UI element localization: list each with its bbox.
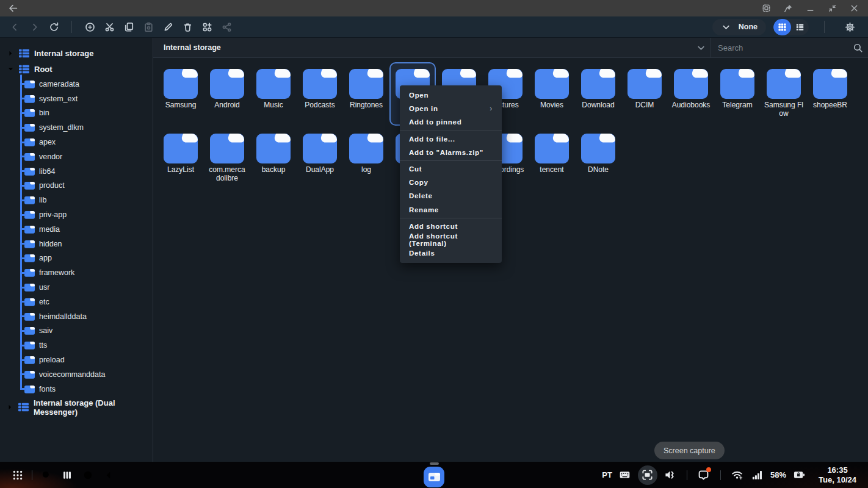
battery-percent-label[interactable]: 58% <box>770 470 786 479</box>
my-files-app-icon[interactable] <box>424 467 444 487</box>
folder-tile-backup[interactable]: backup <box>250 127 297 190</box>
sidebar-folder-app[interactable]: app <box>0 251 153 266</box>
popup-view-icon[interactable] <box>758 2 774 15</box>
add-shortcut-button[interactable] <box>197 18 217 35</box>
path-dropdown-button[interactable] <box>692 43 710 53</box>
folder-tile-Download[interactable]: Download <box>575 62 621 126</box>
sidebar-folder-lib64[interactable]: lib64 <box>0 164 153 179</box>
back-arrow-icon[interactable] <box>5 2 21 15</box>
sidebar-folder-media[interactable]: media <box>0 222 153 237</box>
close-icon[interactable] <box>846 2 862 15</box>
search-icon[interactable] <box>853 43 863 53</box>
chevron-right-icon[interactable] <box>5 48 15 58</box>
sidebar-folder-cameradata[interactable]: cameradata <box>0 77 153 92</box>
context-menu-item-delete[interactable]: Delete <box>400 189 502 203</box>
folder-tile-Telegram[interactable]: Telegram <box>714 62 761 126</box>
copy-button[interactable] <box>119 18 139 35</box>
pin-icon[interactable] <box>780 2 796 15</box>
folder-tile-Audiobooks[interactable]: Audiobooks <box>668 62 714 126</box>
search-button[interactable] <box>36 465 57 486</box>
home-button[interactable] <box>78 465 98 486</box>
folder-tile-Samsung[interactable]: Samsung <box>157 62 204 126</box>
sidebar-folder-product[interactable]: product <box>0 179 153 193</box>
breadcrumb[interactable]: Internal storage <box>153 43 221 52</box>
folder-label: backup <box>262 166 286 174</box>
context-menu-item-add-to-file[interactable]: Add to file... <box>400 132 502 146</box>
sidebar-folder-system_ext[interactable]: system_ext <box>0 92 153 106</box>
taskbar-app-my-files[interactable] <box>422 462 446 488</box>
edit-button[interactable] <box>158 18 178 35</box>
settings-button[interactable] <box>840 18 859 35</box>
folder-tile-DNote[interactable]: DNote <box>575 127 621 190</box>
volume-vibrate-icon[interactable] <box>663 466 678 484</box>
restore-icon[interactable] <box>824 2 840 15</box>
sidebar-item-internal-storage-dual[interactable]: Internal storage (Dual Messenger) <box>0 400 153 415</box>
language-indicator[interactable]: PT <box>602 470 612 479</box>
sidebar-item-root[interactable]: Root <box>0 61 153 77</box>
folder-tile-Ringtones[interactable]: Ringtones <box>343 62 389 126</box>
chevron-down-icon[interactable] <box>5 64 15 74</box>
refresh-button[interactable] <box>44 18 63 35</box>
sidebar-folder-priv-app[interactable]: priv-app <box>0 207 153 222</box>
folder-tile-log[interactable]: log <box>343 127 389 190</box>
folder-tile-tencent[interactable]: tencent <box>529 127 575 190</box>
sidebar-folder-tts[interactable]: tts <box>0 338 153 353</box>
sidebar-folder-voicecommanddata[interactable]: voicecommanddata <box>0 367 153 382</box>
sidebar-folder-preload[interactable]: preload <box>0 353 153 367</box>
recents-button[interactable] <box>57 465 78 486</box>
sidebar-folder-bin[interactable]: bin <box>0 106 153 121</box>
context-menu-item-add-shortcut-terminal[interactable]: Add shortcut (Terminal) <box>400 233 502 246</box>
folder-tile-DCIM[interactable]: DCIM <box>621 62 668 126</box>
sidebar-folder-etc[interactable]: etc <box>0 295 153 309</box>
notifications-icon[interactable] <box>696 466 711 484</box>
context-menu-item-add-to-pinned[interactable]: Add to pinned <box>400 115 502 129</box>
sidebar-folder-hidden[interactable]: hidden <box>0 237 153 251</box>
folder-tile-shopeeBR[interactable]: shopeeBR <box>807 62 853 126</box>
search-box <box>711 43 868 53</box>
context-menu-item-rename[interactable]: Rename <box>400 203 502 217</box>
chevron-right-icon[interactable] <box>5 403 15 412</box>
context-menu-item-copy[interactable]: Copy <box>400 176 502 189</box>
context-menu-item-add-to-alarms-zip[interactable]: Add to "Alarms.zip" <box>400 146 502 159</box>
apps-grid-button[interactable] <box>7 465 28 486</box>
sidebar-folder-apex[interactable]: apex <box>0 135 153 149</box>
wifi-icon[interactable] <box>730 466 745 484</box>
signal-icon[interactable] <box>750 466 765 484</box>
folder-tile-Samsung Flow[interactable]: Samsung Flow <box>761 62 807 126</box>
minimize-icon[interactable] <box>802 2 818 15</box>
sidebar-folder-saiv[interactable]: saiv <box>0 324 153 339</box>
sidebar-item-internal-storage[interactable]: Internal storage <box>0 45 153 61</box>
delete-button[interactable] <box>178 18 197 35</box>
battery-icon[interactable] <box>792 466 806 484</box>
folder-tile-Android[interactable]: Android <box>204 62 250 126</box>
cut-button[interactable] <box>99 18 119 35</box>
folder-tile-DualApp[interactable]: DualApp <box>297 127 343 190</box>
folder-label: apex <box>39 138 56 146</box>
sidebar-folder-lib[interactable]: lib <box>0 193 153 207</box>
keyboard-icon[interactable] <box>618 466 632 484</box>
folder-tile-Music[interactable]: Music <box>250 62 297 126</box>
add-button[interactable] <box>80 18 99 35</box>
back-nav-button[interactable] <box>98 465 119 486</box>
context-menu-item-open-in[interactable]: Open in › <box>400 102 502 115</box>
folder-tile-LazyList[interactable]: LazyList <box>157 127 204 190</box>
sidebar-folder-heimdallddata[interactable]: heimdallddata <box>0 309 153 324</box>
folder-tile-Movies[interactable]: Movies <box>529 62 575 126</box>
sidebar-folder-fonts[interactable]: fonts <box>0 382 153 396</box>
folder-tile-com.mercadolibre[interactable]: com.mercadolibre <box>204 127 250 190</box>
sidebar-folder-usr[interactable]: usr <box>0 280 153 295</box>
list-view-button[interactable] <box>791 19 809 35</box>
context-menu-item-add-shortcut[interactable]: Add shortcut <box>400 220 502 233</box>
sidebar-folder-vendor[interactable]: vendor <box>0 149 153 164</box>
grid-view-button[interactable] <box>773 19 791 35</box>
context-menu-item-cut[interactable]: Cut <box>400 162 502 176</box>
sidebar-folder-system_dlkm[interactable]: system_dlkm <box>0 120 153 135</box>
sort-dropdown[interactable]: None <box>712 19 766 35</box>
clock[interactable]: 16:35Tue, 10/24 <box>813 465 862 484</box>
folder-tile-Podcasts[interactable]: Podcasts <box>297 62 343 126</box>
search-input[interactable] <box>717 43 853 53</box>
sidebar-folder-framework[interactable]: framework <box>0 265 153 280</box>
screen-capture-icon[interactable] <box>638 465 657 485</box>
context-menu-item-details[interactable]: Details <box>400 246 502 260</box>
context-menu-item-open[interactable]: Open <box>400 88 502 102</box>
